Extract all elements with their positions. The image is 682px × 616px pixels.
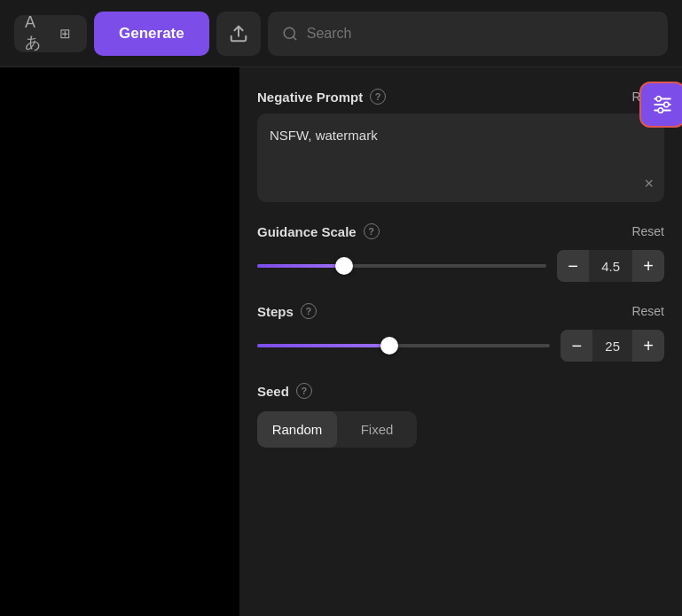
guidance-scale-increment[interactable]: + <box>632 250 664 282</box>
toolbar-icon-group: Aあ ⊞ <box>14 15 87 52</box>
settings-panel: Negative Prompt ? Reset NSFW, watermark … <box>239 67 682 616</box>
seed-random-button[interactable]: Random <box>257 411 337 448</box>
negative-prompt-title: Negative Prompt ? <box>257 89 386 105</box>
negative-prompt-box[interactable]: NSFW, watermark × <box>257 113 664 202</box>
steps-reset[interactable]: Reset <box>631 304 664 318</box>
toolbar: Aあ ⊞ Generate <box>0 0 682 67</box>
steps-stepper: − 25 + <box>560 330 664 362</box>
upload-icon <box>229 24 248 43</box>
search-input[interactable] <box>307 26 654 42</box>
seed-title: Seed ? <box>257 383 312 399</box>
guidance-scale-value: 4.5 <box>589 259 632 274</box>
search-bar[interactable] <box>268 12 668 56</box>
guidance-scale-title: Guidance Scale ? <box>257 223 380 239</box>
caption-icon[interactable]: ⊞ <box>53 22 76 45</box>
steps-title: Steps ? <box>257 303 317 319</box>
steps-increment[interactable]: + <box>632 330 664 362</box>
negative-prompt-clear[interactable]: × <box>644 175 654 193</box>
steps-header: Steps ? Reset <box>257 303 664 319</box>
left-panel <box>0 67 239 616</box>
svg-point-7 <box>664 102 669 106</box>
guidance-scale-stepper: − 4.5 + <box>557 250 664 282</box>
settings-fab-button[interactable] <box>639 82 682 128</box>
guidance-scale-reset[interactable]: Reset <box>631 224 664 238</box>
search-icon <box>282 26 298 42</box>
seed-help[interactable]: ? <box>296 383 312 399</box>
svg-point-6 <box>656 97 661 101</box>
guidance-scale-section: Guidance Scale ? Reset − 4.5 + <box>257 223 664 282</box>
upload-button[interactable] <box>216 12 261 56</box>
seed-header: Seed ? <box>257 383 664 399</box>
negative-prompt-help[interactable]: ? <box>370 89 386 105</box>
steps-decrement[interactable]: − <box>560 330 592 362</box>
sliders-icon <box>651 93 674 116</box>
seed-section: Seed ? Random Fixed <box>257 383 664 448</box>
negative-prompt-section: Negative Prompt ? Reset NSFW, watermark … <box>257 89 664 202</box>
generate-button[interactable]: Generate <box>94 12 209 56</box>
guidance-scale-controls: − 4.5 + <box>257 250 664 282</box>
guidance-scale-slider[interactable] <box>257 257 546 275</box>
svg-point-8 <box>658 108 662 113</box>
guidance-scale-decrement[interactable]: − <box>557 250 589 282</box>
main-area: Negative Prompt ? Reset NSFW, watermark … <box>0 67 682 616</box>
guidance-scale-header: Guidance Scale ? Reset <box>257 223 664 239</box>
svg-line-2 <box>293 36 295 39</box>
steps-controls: − 25 + <box>257 330 664 362</box>
negative-prompt-value: NSFW, watermark <box>270 126 652 146</box>
steps-slider[interactable] <box>257 337 550 355</box>
steps-section: Steps ? Reset − 25 + <box>257 303 664 362</box>
translate-icon[interactable]: Aあ <box>25 22 48 45</box>
steps-value: 25 <box>592 339 632 354</box>
steps-help[interactable]: ? <box>301 303 317 319</box>
negative-prompt-header: Negative Prompt ? Reset <box>257 89 664 105</box>
guidance-scale-help[interactable]: ? <box>364 223 380 239</box>
seed-toggle: Random Fixed <box>257 411 417 448</box>
seed-fixed-button[interactable]: Fixed <box>337 411 417 448</box>
